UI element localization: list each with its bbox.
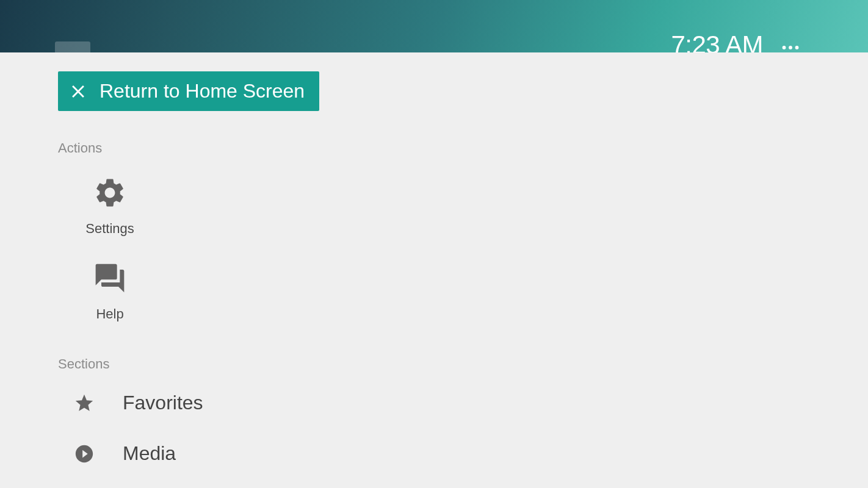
star-icon: [74, 393, 95, 414]
media-label: Media: [123, 442, 176, 465]
more-icon[interactable]: [782, 44, 799, 51]
svg-point-2: [795, 46, 799, 49]
settings-label: Settings: [85, 221, 134, 237]
action-help[interactable]: Help: [58, 261, 162, 322]
favorites-label: Favorites: [123, 392, 203, 414]
svg-point-0: [783, 46, 786, 49]
menu-panel: Return to Home Screen Actions Settings H…: [0, 52, 868, 488]
chat-icon: [93, 261, 127, 295]
sections-header: Sections: [58, 356, 868, 372]
play-circle-icon: [74, 443, 95, 464]
close-icon: [68, 81, 89, 102]
actions-header: Actions: [58, 140, 868, 156]
return-home-label: Return to Home Screen: [99, 80, 305, 102]
background-header: 7:23 AM: [0, 0, 868, 52]
section-favorites[interactable]: Favorites: [58, 392, 868, 414]
svg-point-1: [789, 46, 792, 49]
section-media[interactable]: Media: [58, 442, 868, 465]
return-home-button[interactable]: Return to Home Screen: [58, 71, 319, 111]
app-tile-placeholder: [55, 41, 90, 52]
gear-icon: [93, 176, 127, 210]
action-settings[interactable]: Settings: [58, 176, 162, 237]
help-label: Help: [96, 306, 123, 322]
